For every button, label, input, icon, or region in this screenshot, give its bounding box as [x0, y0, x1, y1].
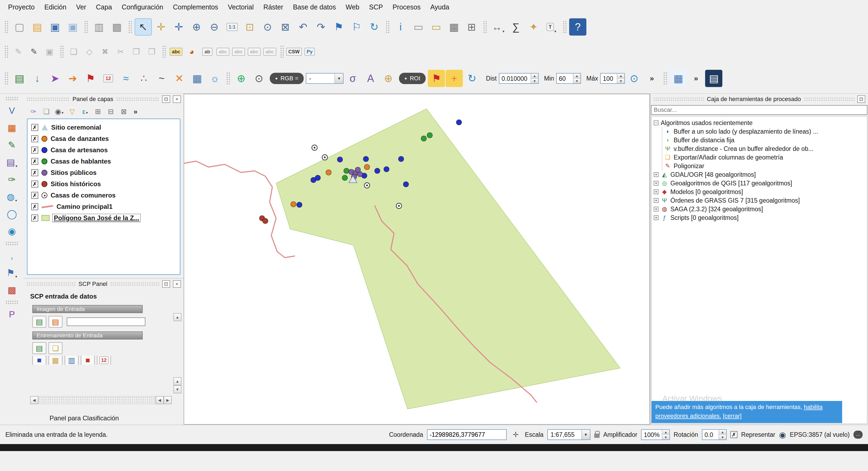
label-rotate-icon[interactable]: abc — [247, 44, 262, 59]
scp-rgb-combo[interactable]: - ▼ — [306, 73, 344, 84]
menu-item-proyecto[interactable]: Proyecto — [3, 1, 39, 13]
menu-item-procesos[interactable]: Procesos — [388, 1, 425, 13]
menu-item-ayuda[interactable]: Ayuda — [425, 1, 454, 13]
help-icon[interactable]: ? — [569, 18, 586, 35]
layer-row-casas-de-hablantes[interactable]: ✗Casas de hablantes — [29, 156, 179, 167]
current-edits-icon[interactable]: ✎ — [11, 44, 26, 59]
tree-item-ordenes-de-grass-gis-7-315-geoalgoritmos[interactable]: +ΨÓrdenes de GRASS GIS 7 [315 geoalgorit… — [654, 196, 866, 205]
tree-item-modelos-0-geoalgoritmos[interactable]: +◆Modelos [0 geoalgoritmos] — [654, 187, 866, 196]
scroll-up-icon[interactable]: ▲ — [174, 377, 182, 385]
scp-pointer-zoom-icon[interactable]: ⊙ — [250, 70, 268, 87]
rotation-spinbox[interactable]: 0.0 ▲▼ — [702, 429, 727, 440]
save-project-icon[interactable]: ▣ — [46, 18, 64, 35]
toolbar-overflow-1-icon[interactable]: » — [643, 70, 660, 87]
menu-item-vectorial[interactable]: Vectorial — [223, 1, 258, 13]
scp-spectral-chart-icon[interactable]: ≈ — [117, 70, 135, 87]
tree-item-v-buffer-distance-crea-un-buffer-alrededor[interactable]: Ψv.buffer.distance - Crea un buffer alre… — [664, 144, 866, 153]
lock-scale-icon[interactable] — [594, 434, 599, 438]
collapse-all-icon[interactable]: ⊟ — [105, 106, 116, 117]
layer-row-sitio-ceremonial[interactable]: ✗Sitio ceremonial — [29, 122, 179, 133]
menu-item-web[interactable]: Web — [341, 1, 364, 13]
layer-checkbox[interactable]: ✗ — [31, 214, 38, 222]
add-virtual-layer-icon[interactable]: ⚑▾ — [4, 265, 20, 281]
layer-row-casa-de-danzantes[interactable]: ✗Casa de danzantes — [29, 133, 179, 144]
layer-checkbox[interactable]: ✗ — [31, 158, 38, 165]
open-layer-styling-icon[interactable]: ✑ — [28, 106, 39, 117]
scp-stretch-stddev-icon[interactable]: σ — [344, 70, 361, 87]
tree-item-poligonizar[interactable]: ✎Poligonizar — [664, 162, 866, 170]
scp-band-calc-icon[interactable]: ▦ — [188, 70, 206, 87]
menu-item-ver[interactable]: Ver — [71, 1, 91, 13]
label-move-icon[interactable]: abc — [231, 44, 246, 59]
measure-tool-icon[interactable]: ↔▾ — [490, 18, 507, 35]
label-change-icon[interactable]: abc — [262, 44, 277, 59]
scp-horizontal-scrollbar[interactable]: ◀ ◀ ▶ — [30, 396, 172, 404]
scp-scatter-plot-icon[interactable]: ∴ — [135, 70, 152, 87]
scp-image-combo[interactable] — [67, 317, 145, 326]
mouse-position-icon[interactable]: ✛ — [510, 429, 521, 440]
scp-class-blue-icon[interactable]: ■ — [32, 356, 46, 365]
max-spinbox[interactable]: 100 ▲▼ — [600, 73, 625, 84]
tree-expander-icon[interactable]: + — [654, 189, 658, 194]
processing-tree[interactable]: −Algoritmos usados recientemente◗Buffer … — [651, 116, 867, 424]
tree-expander-icon[interactable]: + — [654, 207, 658, 211]
field-calculator-icon[interactable]: ⊞ — [463, 18, 480, 35]
add-database-layer-icon[interactable]: ▤▾ — [4, 154, 20, 170]
new-print-composer-icon[interactable]: ▥ — [90, 18, 108, 35]
chevron-down-icon[interactable]: ▼ — [334, 73, 343, 83]
remove-layer-icon[interactable]: ⊠ — [119, 106, 129, 117]
magnifier-spinbox[interactable]: 100% ▲▼ — [641, 429, 670, 440]
scroll-down-icon[interactable]: ▼ — [174, 385, 182, 393]
zoom-full-extent-icon[interactable]: ⊡ — [241, 18, 258, 35]
tree-expander-icon[interactable]: − — [654, 120, 658, 125]
tree-expander-icon[interactable]: + — [654, 215, 658, 220]
pan-to-selection-icon[interactable]: ✛ — [170, 18, 187, 35]
filter-by-expression-icon[interactable]: ε▾ — [80, 106, 90, 117]
scp-settings-icon[interactable]: ☼ — [206, 70, 223, 87]
add-wcs-layer-icon[interactable]: ◯ — [4, 206, 20, 222]
layer-checkbox[interactable]: ✗ — [31, 203, 38, 210]
scp-training-open-icon[interactable]: ▤ — [32, 342, 46, 354]
tree-expander-icon[interactable]: + — [654, 181, 658, 186]
text-annotation-icon[interactable]: T▾ — [543, 18, 560, 35]
save-layer-edits-icon[interactable]: ▣ — [42, 44, 57, 59]
add-wfs-layer-icon[interactable]: ◉ — [4, 223, 20, 239]
map-tips-icon[interactable]: ✦ — [525, 18, 542, 35]
scp-class-table-icon[interactable]: ▥ — [65, 356, 79, 365]
scp-zoom-plus-icon[interactable]: ⊕ — [232, 70, 250, 87]
scp-raster-bands-icon[interactable]: 12 — [100, 70, 117, 87]
layer-diagram-icon[interactable]: ◕ — [184, 44, 199, 59]
add-raster-layer-icon[interactable]: ▦ — [4, 120, 20, 136]
crs-globe-icon[interactable]: ◉ — [779, 430, 786, 439]
scp-vertical-scrollbar[interactable]: ▲ ▲ ▼ — [174, 313, 182, 393]
dist-spinbox[interactable]: 0.010000 ▲▼ — [499, 73, 539, 84]
open-project-icon[interactable]: ▤ — [29, 18, 46, 35]
scp-training-new-icon[interactable]: ❏ — [49, 342, 62, 354]
layer-row-sitios-publicos[interactable]: ✗Sitios públicos — [29, 167, 179, 178]
label-pin-icon[interactable]: ab — [200, 44, 215, 59]
layer-row-casas-de-comuneros[interactable]: ✗Casas de comuneros — [29, 190, 179, 201]
toolbar-overflow-2-icon[interactable]: » — [687, 70, 705, 87]
min-spinbox[interactable]: 60 ▲▼ — [556, 73, 581, 84]
chevron-down-icon[interactable]: ▼ — [581, 430, 590, 439]
spinner-arrows-icon[interactable]: ▲▼ — [719, 430, 726, 439]
scp-redo-classification-icon[interactable]: ↻ — [463, 70, 480, 87]
statistical-summary-icon[interactable]: ∑ — [507, 18, 524, 35]
scp-edit-tools-icon[interactable]: ✕ — [171, 70, 188, 87]
layer-checkbox[interactable]: ✗ — [31, 135, 38, 142]
zoom-native-icon[interactable]: 1:1 — [223, 18, 241, 35]
spinner-arrows-icon[interactable]: ▲▼ — [573, 73, 581, 83]
scrollbar-track[interactable] — [38, 396, 156, 404]
zoom-last-icon[interactable]: ↶ — [294, 18, 312, 35]
coordinate-input[interactable] — [427, 429, 507, 440]
tree-expander-icon[interactable]: + — [654, 172, 658, 177]
scp-stretch-linear-icon[interactable]: A — [362, 70, 379, 87]
close-panel-icon[interactable]: × — [173, 95, 181, 103]
float-panel-icon[interactable]: ⊡ — [857, 95, 865, 103]
scp-class-12-icon[interactable]: 12 — [97, 356, 111, 365]
messages-log-icon[interactable]: … — [854, 431, 863, 439]
scroll-left-icon[interactable]: ◀ — [30, 396, 38, 404]
attributes-table-colored-icon[interactable]: ▦ — [670, 70, 687, 87]
add-delimited-text-layer-icon[interactable]: , — [4, 247, 20, 264]
new-shapefile-layer-icon[interactable]: ✎ — [4, 137, 20, 153]
